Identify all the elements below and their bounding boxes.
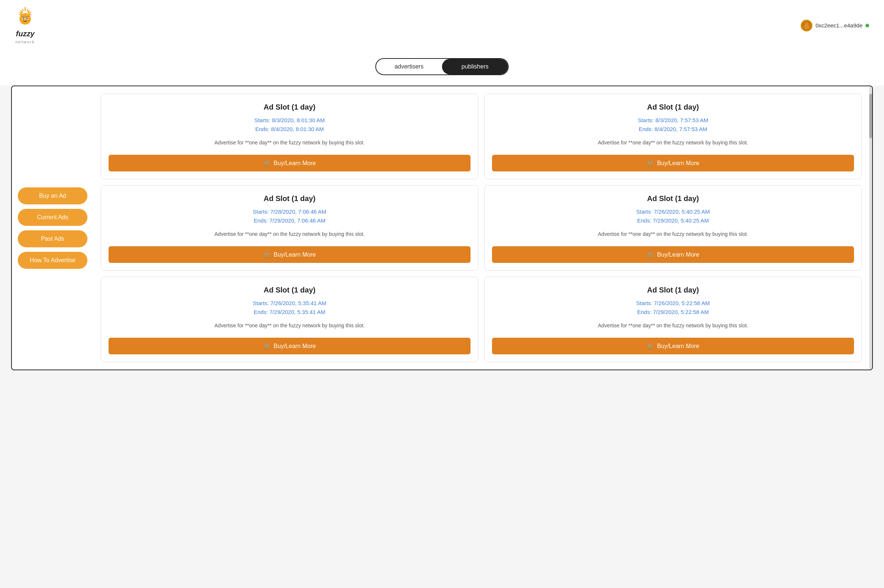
- ad-description: Advertise for **one day** on the fuzzy n…: [598, 322, 748, 330]
- svg-point-3: [20, 14, 31, 25]
- buy-ad-button[interactable]: Buy an Ad: [18, 188, 87, 204]
- svg-line-8: [22, 17, 24, 17]
- ad-description: Advertise for **one day** on the fuzzy n…: [215, 230, 365, 238]
- cart-icon: 🛒: [647, 342, 654, 350]
- logo-area: fuzzy network: [15, 6, 36, 45]
- svg-line-9: [26, 17, 28, 17]
- svg-point-12: [805, 22, 809, 26]
- cart-icon: 🛒: [647, 160, 654, 166]
- user-address: 0xc2eec1...e4a9de: [815, 22, 863, 28]
- ad-grid: Ad Slot (1 day) Starts: 8/3/2020, 8:01:3…: [101, 94, 862, 362]
- ad-starts: Starts: 8/3/2020, 8:01:30 AMEnds: 8/4/20…: [254, 116, 325, 134]
- buy-learn-more-button[interactable]: 🛒 Buy/Learn More: [492, 246, 854, 263]
- user-info: 0xc2eec1...e4a9de: [801, 20, 869, 32]
- buy-btn-label: Buy/Learn More: [657, 251, 699, 258]
- ad-starts: Starts: 7/26/2020, 5:35:41 AMEnds: 7/29/…: [253, 299, 326, 316]
- scrollbar-track[interactable]: [869, 86, 872, 369]
- ad-description: Advertise for **one day** on the fuzzy n…: [215, 139, 365, 147]
- content-wrapper: Ad Slot (1 day) Starts: 8/3/2020, 8:01:3…: [93, 86, 872, 369]
- ad-card: Ad Slot (1 day) Starts: 7/28/2020, 7:06:…: [101, 185, 478, 271]
- ad-starts: Starts: 7/28/2020, 7:06:46 AMEnds: 7/29/…: [253, 207, 326, 225]
- cart-icon: 🛒: [647, 251, 654, 258]
- tab-toggle: advertisers publishers: [375, 58, 509, 75]
- main-container: Buy an Ad Current Ads Past Ads How To Ad…: [11, 86, 873, 370]
- svg-point-6: [23, 18, 24, 20]
- logo-text: fuzzy: [16, 30, 35, 38]
- logo-subtext: network: [15, 40, 35, 44]
- tab-bar: advertisers publishers: [0, 51, 884, 86]
- buy-learn-more-button[interactable]: 🛒 Buy/Learn More: [492, 155, 854, 171]
- buy-btn-label: Buy/Learn More: [274, 160, 316, 166]
- svg-point-7: [26, 18, 28, 20]
- buy-learn-more-button[interactable]: 🛒 Buy/Learn More: [108, 338, 471, 354]
- ad-starts: Starts: 7/26/2020, 5:40:25 AMEnds: 7/29/…: [636, 207, 710, 225]
- ad-title: Ad Slot (1 day): [647, 286, 699, 294]
- how-to-advertise-button[interactable]: How To Advertise: [18, 252, 87, 269]
- scrollbar-thumb[interactable]: [869, 94, 872, 138]
- ad-title: Ad Slot (1 day): [263, 286, 315, 294]
- tab-advertisers[interactable]: advertisers: [376, 59, 442, 74]
- buy-learn-more-button[interactable]: 🛒 Buy/Learn More: [108, 246, 471, 263]
- ad-description: Advertise for **one day** on the fuzzy n…: [215, 322, 365, 330]
- cart-icon: 🛒: [263, 160, 271, 166]
- ad-title: Ad Slot (1 day): [647, 194, 699, 203]
- avatar: [801, 20, 812, 32]
- ad-card: Ad Slot (1 day) Starts: 7/26/2020, 5:40:…: [484, 185, 862, 271]
- sidebar: Buy an Ad Current Ads Past Ads How To Ad…: [12, 86, 93, 369]
- cart-icon: 🛒: [263, 342, 271, 350]
- ad-card: Ad Slot (1 day) Starts: 7/26/2020, 5:22:…: [484, 277, 862, 362]
- ad-description: Advertise for **one day** on the fuzzy n…: [598, 230, 748, 238]
- tab-publishers[interactable]: publishers: [442, 59, 508, 74]
- buy-btn-label: Buy/Learn More: [657, 160, 699, 166]
- online-status-dot: [866, 24, 869, 27]
- content-area: Ad Slot (1 day) Starts: 8/3/2020, 8:01:3…: [93, 86, 869, 369]
- buy-learn-more-button[interactable]: 🛒 Buy/Learn More: [108, 155, 471, 171]
- ad-title: Ad Slot (1 day): [263, 103, 315, 111]
- ad-card: Ad Slot (1 day) Starts: 8/3/2020, 8:01:3…: [101, 94, 478, 179]
- ad-description: Advertise for **one day** on the fuzzy n…: [598, 139, 748, 147]
- ad-starts: Starts: 8/3/2020, 7:57:53 AMEnds: 8/4/20…: [637, 116, 708, 134]
- ad-title: Ad Slot (1 day): [647, 103, 699, 111]
- ad-title: Ad Slot (1 day): [263, 194, 315, 203]
- buy-btn-label: Buy/Learn More: [657, 343, 699, 350]
- buy-btn-label: Buy/Learn More: [274, 251, 316, 258]
- header: fuzzy network 0xc2eec1...e4a9de: [0, 0, 884, 51]
- ad-card: Ad Slot (1 day) Starts: 7/26/2020, 5:35:…: [101, 277, 478, 362]
- past-ads-button[interactable]: Past Ads: [18, 230, 87, 248]
- ad-starts: Starts: 7/26/2020, 5:22:58 AMEnds: 7/29/…: [636, 299, 710, 316]
- current-ads-button[interactable]: Current Ads: [18, 209, 87, 226]
- buy-learn-more-button[interactable]: 🛒 Buy/Learn More: [492, 338, 854, 354]
- fuzzy-logo-icon: [15, 6, 36, 27]
- cart-icon: 🛒: [263, 251, 271, 258]
- ad-card: Ad Slot (1 day) Starts: 8/3/2020, 7:57:5…: [484, 94, 862, 179]
- buy-btn-label: Buy/Learn More: [274, 343, 316, 350]
